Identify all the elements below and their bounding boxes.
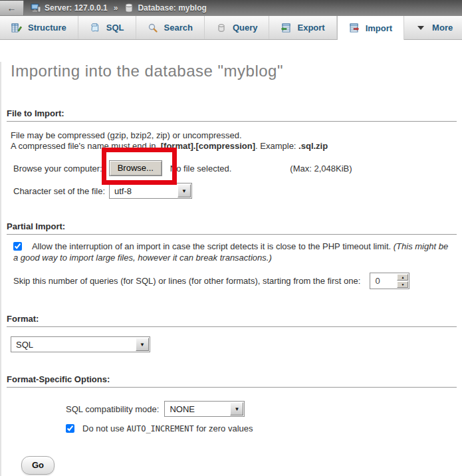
tab-export[interactable]: Export bbox=[269, 16, 336, 39]
breadcrumb-server[interactable]: Server: 127.0.0.1 bbox=[45, 3, 108, 13]
tab-label: Export bbox=[297, 23, 324, 33]
charset-select[interactable]: utf-8 ▼ bbox=[109, 183, 192, 199]
tab-bar: Structure SQL Search Query Export bbox=[0, 16, 462, 40]
chevron-down-icon bbox=[415, 23, 426, 33]
server-icon bbox=[31, 3, 41, 13]
tab-sql[interactable]: SQL bbox=[78, 16, 136, 39]
auto-increment-row: Do not use AUTO_INCREMENT for zero value… bbox=[66, 423, 462, 433]
tab-label: Query bbox=[233, 23, 258, 33]
charset-label: Character set of the file: bbox=[13, 186, 105, 196]
sql-compatibility-row: SQL compatibility mode: NONE ▼ bbox=[66, 401, 462, 417]
sql-compatibility-select[interactable]: NONE ▼ bbox=[164, 401, 245, 417]
skip-queries-input[interactable]: 0 ▲ ▼ bbox=[370, 273, 409, 289]
skip-queries-label: Skip this number of queries (for SQL) or… bbox=[13, 276, 360, 286]
tab-structure[interactable]: Structure bbox=[0, 16, 78, 39]
database-icon bbox=[124, 3, 134, 13]
max-upload-size: (Max: 2,048KiB) bbox=[290, 164, 352, 174]
dropdown-arrow-icon[interactable]: ▼ bbox=[230, 402, 243, 416]
breadcrumb-bar: ← Server: 127.0.0.1 » Database: myblog bbox=[0, 0, 462, 16]
sql-compatibility-label: SQL compatibility mode: bbox=[66, 404, 159, 414]
tab-label: Import bbox=[366, 23, 392, 33]
compression-line2-mid: . Example: bbox=[255, 141, 298, 151]
export-icon bbox=[281, 23, 291, 33]
format-select[interactable]: SQL ▼ bbox=[11, 336, 150, 352]
breadcrumb: Server: 127.0.0.1 » Database: myblog bbox=[31, 3, 207, 13]
compression-example: .sql.zip bbox=[298, 141, 328, 151]
charset-selected-value: utf-8 bbox=[114, 186, 132, 196]
tab-label: More bbox=[432, 23, 453, 33]
import-page: Importing into the database "myblog" Fil… bbox=[0, 62, 462, 476]
section-format-specific-options: Format-Specific Options: bbox=[7, 374, 457, 388]
auto-increment-code: AUTO_INCREMENT bbox=[127, 424, 194, 433]
section-partial-import: Partial Import: bbox=[7, 221, 457, 235]
sql-compatibility-value: NONE bbox=[170, 404, 195, 414]
no-file-selected-text: No file selected. bbox=[170, 164, 232, 174]
tab-search[interactable]: Search bbox=[136, 16, 205, 39]
tab-label: SQL bbox=[106, 23, 124, 33]
compression-line2-prefix: A compressed file's name must end in bbox=[11, 141, 158, 151]
auto-increment-text: Do not use AUTO_INCREMENT for zero value… bbox=[82, 423, 253, 433]
dropdown-arrow-icon[interactable]: ▼ bbox=[177, 184, 191, 197]
query-icon bbox=[216, 23, 227, 33]
spinner-up-icon[interactable]: ▲ bbox=[397, 274, 408, 281]
compression-info-text: File may be compressed (gzip, bzip2, zip… bbox=[11, 130, 451, 152]
breadcrumb-separator: » bbox=[114, 3, 118, 13]
dropdown-arrow-icon[interactable]: ▼ bbox=[136, 338, 149, 351]
compression-line1: File may be compressed (gzip, bzip2, zip… bbox=[11, 130, 242, 140]
file-upload-row: Browse your computer: Browse... No file … bbox=[13, 160, 462, 176]
tab-more[interactable]: More bbox=[404, 16, 462, 39]
compression-format-pattern: .[format].[compression] bbox=[158, 141, 255, 151]
spinner-down-icon[interactable]: ▼ bbox=[397, 281, 408, 288]
auto-increment-checkbox[interactable] bbox=[66, 424, 74, 433]
tab-label: Search bbox=[164, 23, 193, 33]
spinner: ▲ ▼ bbox=[396, 273, 409, 289]
skip-queries-value: 0 bbox=[370, 273, 396, 289]
section-format: Format: bbox=[7, 314, 457, 327]
format-selected-value: SQL bbox=[16, 340, 33, 350]
go-button[interactable]: Go bbox=[21, 456, 55, 475]
browse-button[interactable]: Browse... bbox=[109, 160, 162, 176]
structure-icon bbox=[11, 23, 22, 33]
back-button[interactable]: ← bbox=[0, 1, 24, 15]
import-icon bbox=[349, 23, 360, 33]
allow-interrupt-row: Allow the interruption of an import in c… bbox=[13, 241, 451, 263]
tab-import[interactable]: Import bbox=[337, 16, 404, 40]
tab-label: Structure bbox=[28, 23, 66, 33]
allow-interrupt-text: Allow the interruption of an import in c… bbox=[32, 241, 394, 251]
browse-label: Browse your computer: bbox=[13, 164, 102, 174]
page-title: Importing into the database "myblog" bbox=[11, 62, 462, 80]
breadcrumb-database[interactable]: Database: myblog bbox=[138, 3, 206, 13]
back-arrow-icon: ← bbox=[7, 3, 17, 13]
skip-queries-row: Skip this number of queries (for SQL) or… bbox=[13, 273, 462, 289]
tab-query[interactable]: Query bbox=[205, 16, 270, 39]
charset-row: Character set of the file: utf-8 ▼ bbox=[13, 183, 462, 199]
search-icon bbox=[148, 23, 158, 33]
sql-icon bbox=[90, 23, 100, 33]
allow-interrupt-checkbox[interactable] bbox=[13, 242, 22, 251]
section-file-to-import: File to Import: bbox=[7, 108, 457, 122]
